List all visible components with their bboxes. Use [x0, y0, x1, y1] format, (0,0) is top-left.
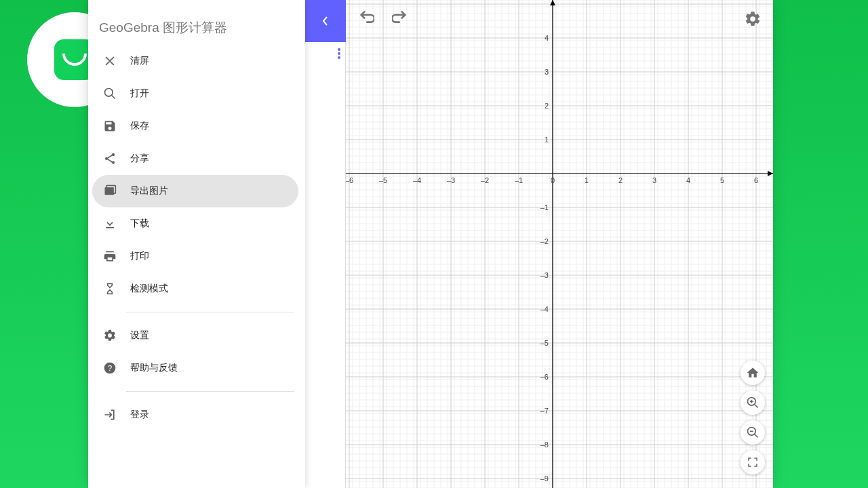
svg-text:–6: –6 [540, 373, 549, 381]
svg-text:–7: –7 [540, 407, 549, 415]
help-icon: ? [102, 360, 118, 376]
menu-item-login[interactable]: 登录 [92, 399, 298, 431]
svg-text:–1: –1 [540, 203, 549, 211]
svg-text:–1: –1 [515, 176, 523, 184]
svg-line-5 [108, 155, 113, 158]
svg-text:4: 4 [545, 34, 549, 42]
home-button[interactable] [741, 361, 765, 385]
hourglass-icon [102, 281, 118, 297]
menu-item-close[interactable]: 清屏 [92, 45, 298, 77]
svg-text:–4: –4 [413, 176, 421, 184]
save-icon [102, 118, 118, 134]
svg-text:4: 4 [686, 176, 690, 184]
menu-separator [126, 312, 294, 312]
menu-label: 分享 [130, 152, 149, 165]
menu-item-hourglass[interactable]: 检测模式 [92, 272, 298, 305]
svg-text:?: ? [108, 363, 113, 372]
menu-label: 设置 [130, 329, 149, 342]
zoom-in-button[interactable] [741, 390, 765, 415]
svg-text:5: 5 [720, 176, 724, 184]
svg-text:3: 3 [545, 68, 549, 76]
svg-text:–2: –2 [481, 176, 489, 184]
app-frame: GeoGebra 图形计算器 清屏打开保存分享导出图片下载打印检测模式 设置?帮… [88, 0, 773, 488]
image-icon [102, 183, 118, 199]
menu-item-print[interactable]: 打印 [92, 240, 298, 272]
svg-text:–5: –5 [540, 339, 549, 347]
svg-text:–5: –5 [379, 176, 387, 184]
menu-item-share[interactable]: 分享 [92, 142, 298, 175]
close-icon [102, 53, 118, 69]
menu-label: 打印 [130, 250, 149, 262]
menu-label: 检测模式 [130, 283, 168, 295]
menu-item-image[interactable]: 导出图片 [92, 175, 298, 207]
menu-label: 清屏 [130, 55, 149, 67]
svg-text:1: 1 [545, 136, 549, 144]
menu-separator [126, 391, 294, 392]
svg-text:–2: –2 [540, 237, 549, 245]
login-icon [102, 407, 118, 423]
svg-text:2: 2 [545, 102, 549, 110]
menu-label: 帮助与反馈 [130, 362, 178, 374]
svg-line-1 [112, 96, 115, 99]
algebra-panel-collapsed [305, 0, 346, 488]
undo-button[interactable] [355, 5, 377, 27]
share-icon [102, 150, 118, 167]
svg-text:–4: –4 [540, 305, 549, 313]
menu-item-search[interactable]: 打开 [92, 77, 298, 110]
zoom-out-button[interactable] [741, 420, 765, 445]
svg-text:–9: –9 [540, 474, 549, 483]
svg-text:0: 0 [551, 176, 555, 184]
download-icon [102, 216, 118, 232]
redo-button[interactable] [389, 5, 411, 27]
svg-point-0 [105, 89, 113, 97]
menu-label: 打开 [130, 87, 149, 100]
menu-label: 登录 [130, 409, 149, 421]
svg-text:1: 1 [585, 176, 589, 184]
svg-line-6 [108, 159, 113, 162]
coordinate-grid: –6–5–4–3–2–10123456–9–8–7–6–5–4–3–2–1123… [346, 0, 773, 488]
svg-text:–3: –3 [540, 271, 549, 279]
collapse-panel-button[interactable] [305, 0, 346, 42]
menu-item-gear[interactable]: 设置 [92, 319, 298, 352]
drawer-title: GeoGebra 图形计算器 [88, 0, 305, 45]
svg-text:3: 3 [652, 176, 656, 184]
menu-item-save[interactable]: 保存 [92, 110, 298, 142]
gear-icon [102, 327, 118, 344]
side-drawer: GeoGebra 图形计算器 清屏打开保存分享导出图片下载打印检测模式 设置?帮… [88, 0, 305, 488]
menu-item-download[interactable]: 下载 [92, 207, 298, 240]
svg-line-209 [755, 434, 758, 438]
menu-label: 导出图片 [130, 185, 168, 197]
fullscreen-button[interactable] [741, 450, 765, 474]
svg-line-205 [755, 405, 758, 408]
svg-text:6: 6 [754, 176, 758, 184]
menu-label: 下载 [130, 218, 149, 230]
svg-text:–6: –6 [346, 176, 353, 184]
graphics-settings-button[interactable] [742, 8, 764, 30]
more-button[interactable] [330, 44, 349, 63]
svg-text:–8: –8 [540, 441, 549, 449]
svg-text:2: 2 [618, 176, 623, 184]
svg-text:–3: –3 [447, 176, 455, 184]
menu-label: 保存 [130, 120, 149, 132]
graphics-canvas[interactable]: –6–5–4–3–2–10123456–9–8–7–6–5–4–3–2–1123… [346, 0, 773, 488]
menu-item-help[interactable]: ?帮助与反馈 [92, 352, 298, 384]
print-icon [102, 248, 118, 264]
main-area: –6–5–4–3–2–10123456–9–8–7–6–5–4–3–2–1123… [305, 0, 773, 488]
search-icon [102, 85, 118, 102]
